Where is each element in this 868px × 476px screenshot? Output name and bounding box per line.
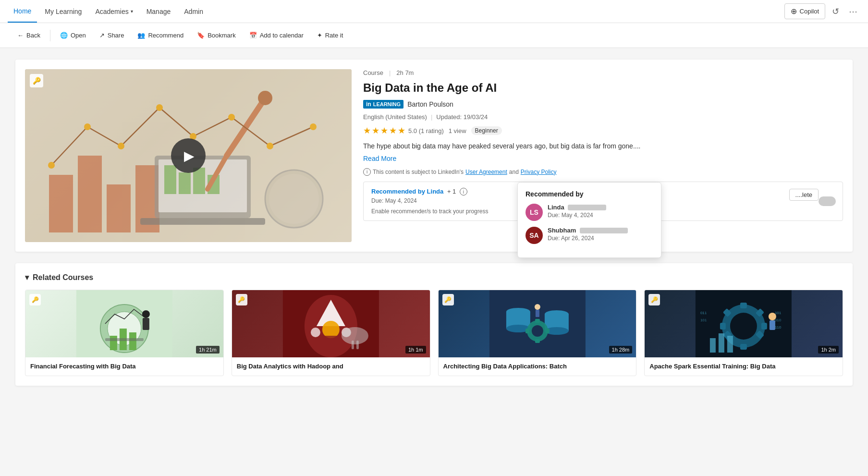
course-toolbar: ← Back 🌐 Open ↗ Share 👥 Recommend 🔖 Book… [0, 23, 868, 48]
svg-point-37 [322, 321, 340, 338]
svg-rect-28 [110, 336, 117, 350]
svg-text:010: 010 [775, 318, 782, 322]
bookmark-button[interactable]: 🔖 Bookmark [191, 29, 242, 42]
card-thumb-2: 🔑 1h 1m [232, 290, 430, 357]
svg-point-39 [311, 328, 320, 337]
recommend-button[interactable]: 👥 Recommend [132, 29, 189, 42]
svg-point-16 [84, 123, 91, 130]
nav-items: Home My Learning Academies ▾ Manage Admi… [8, 0, 784, 23]
svg-rect-63 [740, 344, 747, 350]
card-thumb-1: 🔑 1h 21m [25, 290, 223, 357]
course-info: Course | 2h 7m Big Data in the Age of AI… [363, 69, 843, 242]
card1-title: Financial Forecasting with Big Data [30, 362, 219, 371]
card3-body: Architecting Big Data Applications: Batc… [439, 357, 636, 376]
svg-text:101: 101 [700, 318, 707, 322]
card3-illustration [439, 290, 636, 357]
views-count: 1 view [449, 127, 466, 134]
user-agreement-link[interactable]: User Agreement [465, 169, 507, 175]
svg-rect-55 [525, 329, 529, 333]
collapse-chevron-icon: ▾ [25, 273, 29, 282]
rating-value: 5.0 (1 rating) [408, 127, 444, 134]
star-icon: ✦ [317, 32, 322, 39]
svg-point-20 [228, 114, 235, 121]
more-options-button[interactable]: ⋯ [846, 3, 860, 20]
svg-rect-7 [140, 218, 265, 225]
nav-home[interactable]: Home [8, 0, 37, 23]
nav-right: ⊕ Copilot ↺ ⋯ [784, 3, 860, 20]
card4-title: Apache Spark Essential Training: Big Dat… [649, 362, 838, 371]
toolbar-divider-1 [50, 30, 50, 41]
related-card-3[interactable]: 🔑 [438, 290, 637, 376]
svg-rect-3 [107, 184, 131, 232]
tracking-toggle[interactable] [819, 196, 836, 206]
card2-body: Big Data Analytics with Hadoop and [232, 357, 430, 376]
card-thumb-4: 🔑 101 [645, 290, 843, 357]
person1-blurred-name [568, 205, 606, 210]
svg-rect-54 [535, 339, 539, 343]
svg-point-52 [531, 325, 543, 337]
card1-key-icon: 🔑 [29, 294, 41, 305]
svg-rect-1 [49, 175, 73, 232]
video-thumbnail: 🔑 [25, 69, 352, 242]
complete-button[interactable]: ....lete [789, 189, 819, 201]
card4-body: Apache Spark Essential Training: Big Dat… [645, 357, 843, 376]
copilot-icon: ⊕ [791, 7, 797, 16]
popup-person-2: SA Shubham Due: Apr 26, 2024 [526, 227, 653, 244]
course-video[interactable]: 🔑 [25, 69, 352, 242]
svg-point-61 [730, 313, 757, 340]
play-button[interactable] [171, 138, 206, 173]
avatar-sa: SA [526, 227, 543, 244]
star-5: ★ [398, 125, 405, 136]
related-courses-label: Related Courses [33, 273, 93, 282]
card2-duration: 1h 1m [405, 346, 426, 354]
nav-manage[interactable]: Manage [141, 1, 177, 22]
related-courses-section: ▾ Related Courses 🔑 [15, 263, 853, 386]
academies-chevron-icon: ▾ [131, 9, 133, 14]
nav-my-learning[interactable]: My Learning [39, 1, 87, 22]
svg-rect-58 [535, 310, 539, 317]
refresh-button[interactable]: ↺ [829, 3, 842, 20]
back-button[interactable]: ← Back [12, 29, 46, 42]
card2-illustration [232, 290, 430, 357]
nav-academies[interactable]: Academies ▾ [89, 1, 138, 22]
linkedin-badge: in LEARNING [363, 100, 403, 109]
open-button[interactable]: 🌐 Open [54, 29, 92, 42]
svg-point-41 [342, 327, 368, 344]
related-courses-header[interactable]: ▾ Related Courses [25, 273, 843, 282]
svg-point-32 [142, 310, 150, 318]
read-more-link[interactable]: Read More [363, 155, 396, 162]
related-card-2[interactable]: 🔑 1h 1m [232, 290, 430, 376]
card2-title: Big Data Analytics with Hadoop and [237, 362, 425, 371]
course-language: English (United States) [363, 113, 427, 121]
popup-person-1: LS Linda Due: May 4, 2024 [526, 204, 653, 221]
related-card-4[interactable]: 🔑 101 [644, 290, 843, 376]
recommend-icon: 👥 [137, 32, 145, 39]
person2-blurred-name [580, 228, 628, 233]
svg-rect-30 [129, 332, 136, 350]
star-2: ★ [372, 125, 379, 136]
add-to-calendar-button[interactable]: 📅 Add to calendar [244, 29, 309, 42]
svg-point-57 [534, 304, 540, 310]
svg-rect-42 [352, 341, 354, 349]
related-courses-cards: 🔑 1h 21m [25, 290, 843, 376]
nav-admin[interactable]: Admin [178, 1, 209, 22]
svg-rect-9 [179, 172, 191, 194]
person2-due: Due: Apr 26, 2024 [548, 235, 628, 242]
svg-rect-79 [770, 320, 775, 330]
svg-rect-76 [719, 333, 724, 353]
person2-info: Shubham Due: Apr 26, 2024 [548, 227, 628, 242]
svg-rect-75 [710, 338, 716, 353]
recommended-info-icon[interactable]: i [460, 188, 467, 195]
course-updated: Updated: 19/03/24 [436, 113, 488, 121]
copilot-button[interactable]: ⊕ Copilot [784, 3, 825, 19]
svg-rect-77 [727, 336, 733, 353]
course-area: 🔑 Course | 2h 7m Big Data in the Age of … [15, 60, 853, 252]
related-card-1[interactable]: 🔑 1h 21m [25, 290, 224, 376]
privacy-policy-link[interactable]: Privacy Policy [521, 169, 557, 175]
share-button[interactable]: ↗ Share [94, 29, 130, 42]
rate-it-button[interactable]: ✦ Rate it [311, 29, 349, 42]
course-title: Big Data in the Age of AI [363, 80, 843, 95]
back-arrow-icon: ← [17, 32, 24, 39]
svg-text:101: 101 [775, 311, 782, 315]
svg-point-78 [769, 313, 776, 320]
